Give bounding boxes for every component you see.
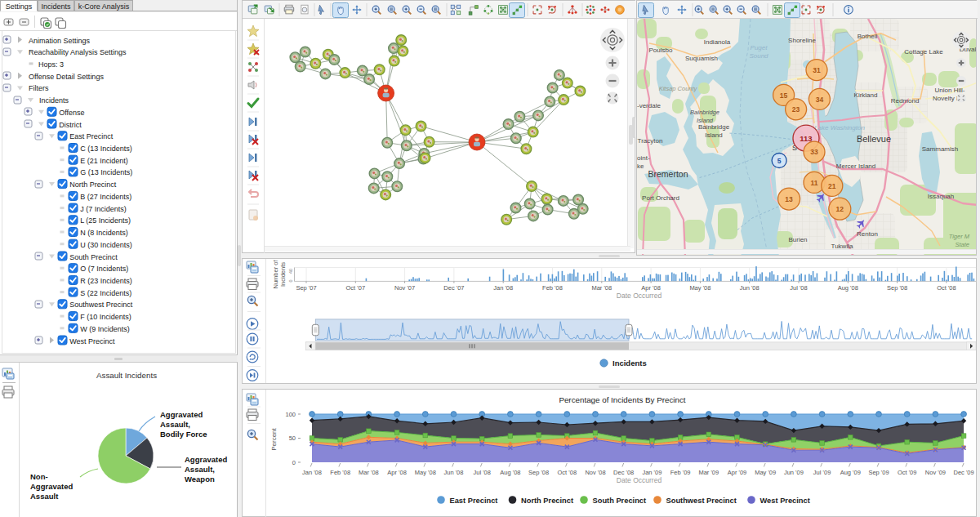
svg-text:Sep '08: Sep '08	[528, 469, 549, 476]
svg-text:oint-: oint-	[637, 154, 650, 162]
svg-text:Oct '08: Oct '08	[558, 469, 577, 476]
svg-text:Feb '09: Feb '09	[670, 469, 691, 476]
svg-text:Jan '08: Jan '08	[302, 469, 322, 476]
svg-text:Nov '09: Nov '09	[925, 469, 946, 476]
svg-text:Percentage of Incidents By Pre: Percentage of Incidents By Precinct	[559, 395, 685, 404]
svg-text:23: 23	[792, 105, 800, 114]
svg-text:Jul '08: Jul '08	[790, 284, 807, 292]
svg-text:Suquamish: Suquamish	[685, 55, 718, 62]
svg-text:Reachability Analysis Settings: Reachability Analysis Settings	[29, 48, 127, 56]
svg-text:Filters: Filters	[29, 84, 49, 92]
svg-text:State: State	[955, 241, 969, 248]
svg-text:Assault Incidents: Assault Incidents	[96, 371, 157, 380]
svg-text:West Precinct: West Precinct	[760, 497, 810, 505]
svg-text:ke: ke	[637, 163, 644, 170]
svg-text:Indianola: Indianola	[704, 38, 731, 46]
svg-text:Shoreline: Shoreline	[788, 37, 816, 44]
svg-text:Bainbridge: Bainbridge	[698, 123, 730, 131]
svg-text:R (23 Incidents): R (23 Incidents)	[80, 277, 132, 285]
svg-text:Dec '08: Dec '08	[613, 469, 634, 476]
svg-text:Incidents: Incidents	[279, 262, 287, 287]
svg-text:F (10 Incidents): F (10 Incidents)	[80, 313, 131, 321]
svg-text:Renton: Renton	[857, 230, 878, 238]
svg-text:Sep '07: Sep '07	[296, 284, 316, 292]
svg-text:Mercer Island: Mercer Island	[836, 163, 875, 170]
svg-text:Weapon: Weapon	[185, 475, 215, 484]
svg-text:Redmond: Redmond	[891, 97, 920, 105]
svg-text:Oct '07: Oct '07	[346, 284, 366, 292]
svg-text:Aug '08: Aug '08	[838, 284, 858, 292]
svg-text:Aug '08: Aug '08	[500, 469, 520, 476]
svg-text:Port Orchard: Port Orchard	[642, 194, 679, 202]
svg-text:South Precinct: South Precinct	[69, 253, 118, 261]
svg-text:Dec '09: Dec '09	[953, 469, 973, 476]
svg-text:Jun '09: Jun '09	[784, 469, 804, 476]
svg-text:Nov '08: Nov '08	[585, 469, 605, 476]
svg-text:Aggravated: Aggravated	[30, 482, 73, 491]
svg-text:North Precinct: North Precinct	[521, 497, 573, 505]
svg-text:Burien: Burien	[788, 236, 807, 243]
svg-text:Assault: Assault	[30, 492, 59, 501]
svg-text:Offense: Offense	[59, 109, 84, 117]
svg-text:W (9 Incidents): W (9 Incidents)	[80, 325, 130, 333]
svg-text:50: 50	[289, 435, 296, 442]
svg-text:Date Occurred: Date Occurred	[617, 476, 662, 484]
svg-text:Sammamish: Sammamish	[922, 145, 958, 153]
svg-text:Bodily Force: Bodily Force	[160, 430, 207, 439]
svg-text:Bothell: Bothell	[858, 33, 878, 40]
svg-text:South Precinct: South Precinct	[593, 497, 647, 505]
svg-text:East Precinct: East Precinct	[69, 132, 114, 140]
svg-text:Jan '09: Jan '09	[642, 469, 662, 476]
svg-text:21: 21	[828, 182, 836, 190]
svg-text:U (30 Incidents): U (30 Incidents)	[80, 241, 132, 249]
svg-text:Nov '07: Nov '07	[394, 284, 415, 292]
svg-text:Apr '08: Apr '08	[387, 469, 407, 476]
svg-text:Aggravated: Aggravated	[160, 410, 203, 419]
svg-text:-verdale: -verdale	[637, 102, 661, 109]
svg-text:L (25 Incidents): L (25 Incidents)	[80, 216, 131, 225]
svg-text:113: 113	[800, 134, 812, 143]
svg-text:33: 33	[810, 148, 818, 156]
svg-text:Incidents: Incidents	[612, 359, 647, 368]
svg-text:34: 34	[816, 96, 824, 104]
svg-text:S (22 Incidents): S (22 Incidents)	[80, 289, 131, 297]
svg-text:May '09: May '09	[755, 469, 776, 476]
svg-text:100: 100	[285, 411, 296, 418]
svg-text:13: 13	[785, 195, 793, 203]
svg-text:Kitsap County: Kitsap County	[659, 85, 698, 92]
svg-text:Poulsbo: Poulsbo	[649, 47, 673, 54]
svg-text:5: 5	[777, 157, 782, 165]
svg-text:Animation Settings: Animation Settings	[29, 37, 91, 45]
svg-text:O (7 Incidents): O (7 Incidents)	[80, 265, 128, 273]
svg-text:N (8 Incidents): N (8 Incidents)	[80, 229, 128, 237]
svg-text:Bellevue: Bellevue	[857, 134, 891, 144]
svg-text:11: 11	[811, 179, 818, 187]
svg-text:Jun '08: Jun '08	[444, 469, 464, 476]
svg-text:12: 12	[836, 205, 844, 213]
svg-text:E (21 Incident): E (21 Incident)	[80, 157, 128, 165]
svg-text:Hops: 3: Hops: 3	[38, 60, 64, 69]
svg-text:0: 0	[292, 459, 296, 466]
svg-text:Assault,: Assault,	[185, 465, 215, 474]
svg-text:Southwest Precinct: Southwest Precinct	[666, 497, 737, 505]
svg-text:15: 15	[780, 91, 788, 100]
svg-text:Southwest Precinct: Southwest Precinct	[69, 301, 133, 309]
svg-text:Aug '09: Aug '09	[840, 469, 861, 476]
svg-text:Kirkland: Kirkland	[854, 91, 878, 99]
svg-text:Aggravated: Aggravated	[185, 455, 227, 464]
svg-text:Offense Detail Settings: Offense Detail Settings	[29, 73, 104, 81]
svg-text:0: 0	[288, 279, 293, 282]
svg-text:Jan '08: Jan '08	[493, 284, 513, 292]
svg-text:31: 31	[813, 66, 821, 74]
svg-text:J (7 Incidents): J (7 Incidents)	[80, 205, 127, 213]
svg-text:Dec '07: Dec '07	[443, 284, 464, 292]
svg-text:Feb '08: Feb '08	[542, 284, 563, 292]
svg-text:Puget: Puget	[751, 44, 768, 51]
svg-text:Issaquah: Issaquah	[928, 193, 954, 200]
svg-text:Feb '08: Feb '08	[330, 469, 350, 476]
svg-text:Number of: Number of	[272, 260, 279, 289]
svg-text:East Precinct: East Precinct	[450, 497, 498, 505]
svg-text:District: District	[59, 121, 82, 129]
svg-text:Sound: Sound	[749, 52, 768, 60]
svg-text:Jun '08: Jun '08	[740, 284, 760, 292]
